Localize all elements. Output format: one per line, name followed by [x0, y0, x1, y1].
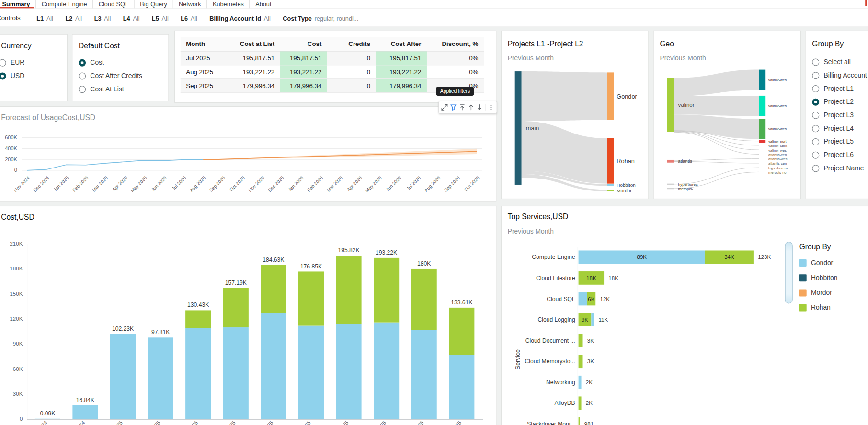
tab-about[interactable]: About — [250, 0, 277, 8]
service-bar-segment-gondor[interactable] — [591, 313, 594, 326]
filter-l4[interactable]: L4All — [123, 13, 140, 23]
tab-network[interactable]: Network — [172, 0, 206, 8]
legend-item-gondor[interactable]: Gondor — [799, 259, 868, 267]
radio-option-project-l2[interactable]: Project L2 — [812, 95, 868, 109]
bar-segment-gondor[interactable] — [72, 405, 98, 419]
bar-segment-gondor[interactable] — [411, 330, 437, 419]
tab-cloud-sql[interactable]: Cloud SQL — [92, 0, 134, 8]
service-bar-segment-rohan[interactable] — [579, 355, 583, 368]
bar-segment-rohan[interactable] — [374, 258, 399, 323]
forecast-x-tick: Dec 2025 — [267, 175, 285, 193]
filter-l3[interactable]: L3All — [94, 13, 111, 23]
sankey-node-hobbiton[interactable] — [607, 184, 614, 186]
cost-y-tick: 30K — [13, 391, 23, 397]
legend-item-rohan[interactable]: Rohan — [799, 303, 868, 311]
more-vertical-icon[interactable] — [488, 104, 494, 111]
geo-sankey-chart: valinoratlantishyperborea-meropis-valino… — [654, 64, 802, 200]
radio-option-billing-account-id[interactable]: Billing Account Id — [812, 68, 868, 82]
legend-item-mordor[interactable]: Mordor — [799, 289, 868, 296]
sankey-node-meropis[interactable] — [667, 188, 674, 189]
radio-option-project-l6[interactable]: Project L6 — [812, 148, 868, 162]
tab-kubernetes[interactable]: Kubernetes — [206, 0, 249, 8]
tab-compute-engine[interactable]: Compute Engine — [35, 0, 92, 8]
radio-option-cost[interactable]: Cost — [79, 56, 142, 69]
service-bar-segment-rohan[interactable] — [579, 334, 583, 347]
sankey-node-valinor-wes[interactable] — [759, 119, 765, 139]
sankey-node-atlantis[interactable] — [667, 160, 674, 163]
sankey-node-hyperborea[interactable] — [667, 184, 674, 185]
sankey-node-valinor-wes[interactable] — [759, 70, 765, 90]
table-row[interactable]: Jul 2025195,817.51195,817.510195,817.510… — [181, 51, 484, 65]
bar-segment-rohan[interactable] — [336, 256, 361, 324]
move-up-icon[interactable] — [468, 104, 474, 111]
bar-segment-rohan[interactable] — [298, 271, 324, 325]
sankey-node-main[interactable] — [515, 71, 522, 185]
sankey-node-gondor[interactable] — [607, 72, 614, 120]
forecast-y-tick: 600K — [5, 134, 17, 140]
service-bar-segment-gondor[interactable] — [579, 376, 582, 389]
bar-segment-gondor[interactable] — [374, 323, 399, 419]
radio-option-eur[interactable]: EUR — [0, 56, 24, 69]
sankey-node-valinor-nort[interactable] — [759, 140, 765, 143]
bar-segment-gondor[interactable] — [298, 326, 324, 419]
legend-item-hobbiton[interactable]: Hobbiton — [799, 274, 868, 281]
sankey-node-label: valinor-wes — [768, 127, 787, 131]
radio-option-project-l4[interactable]: Project L4 — [812, 122, 868, 135]
cost-x-tick: Jan 2025 — [104, 420, 124, 425]
service-bar-segment-rohan[interactable] — [579, 417, 580, 425]
bar-segment-gondor[interactable] — [110, 334, 136, 419]
sankey-node-valinor[interactable] — [667, 78, 674, 132]
bar-segment-gondor[interactable] — [148, 337, 173, 419]
filter-l6[interactable]: L6All — [181, 13, 197, 23]
sankey-thin-flow[interactable] — [674, 168, 759, 184]
billing-dashboard: SummaryCompute EngineCloud SQLBig QueryN… — [0, 0, 868, 425]
sankey-node-rohan[interactable] — [607, 138, 614, 184]
service-bar-segment-gondor[interactable] — [579, 292, 587, 306]
projects-sankey-panel: Projects L1 -Project L2 Previous Month m… — [501, 31, 649, 199]
bar-segment-rohan[interactable] — [223, 288, 249, 327]
bar-segment-gondor[interactable] — [185, 328, 211, 419]
filter-cost-type[interactable]: Cost Typeregular, roundi... — [283, 13, 358, 23]
radio-option-cost-at-list[interactable]: Cost At List — [79, 82, 142, 96]
bar-segment-gondor[interactable] — [336, 324, 361, 419]
sankey-node-valinor-wes[interactable] — [759, 96, 765, 116]
cost-x-tick: Feb 2025 — [141, 420, 161, 425]
bar-segment-rohan[interactable] — [449, 308, 474, 355]
bar-segment-rohan[interactable] — [411, 269, 437, 330]
bar-total-label: 0.09K — [40, 410, 56, 417]
sankey-flow[interactable] — [674, 114, 759, 139]
radio-option-project-l3[interactable]: Project L3 — [812, 108, 868, 122]
filter-l1[interactable]: L1All — [36, 13, 53, 23]
group-by-title: Group By — [812, 40, 844, 48]
bar-segment-rohan[interactable] — [261, 265, 286, 313]
group-by-panel: Group By Select allBilling Account IdPro… — [805, 31, 868, 199]
bar-segment-rohan[interactable] — [185, 310, 211, 328]
move-to-top-icon[interactable] — [459, 104, 466, 111]
radio-option-project-l5[interactable]: Project L5 — [812, 135, 868, 148]
service-bar-segment-rohan[interactable] — [579, 396, 582, 410]
radio-option-project-name[interactable]: Project Name — [812, 161, 868, 175]
forecast-x-tick: Feb 2025 — [71, 175, 89, 192]
tab-summary[interactable]: Summary — [0, 0, 35, 8]
filter-l5[interactable]: L5All — [152, 13, 169, 23]
tab-big-query[interactable]: Big Query — [134, 0, 173, 8]
expand-icon[interactable] — [441, 104, 448, 111]
bar-segment-gondor[interactable] — [449, 355, 474, 419]
table-header-month: Month — [181, 37, 225, 51]
radio-option-usd[interactable]: USD — [0, 69, 24, 82]
bar-total-label: 133.61K — [451, 299, 472, 306]
filter-billing-account-id[interactable]: Billing Account IdAll — [209, 13, 270, 23]
bar-segment-gondor[interactable] — [223, 327, 249, 419]
sankey-node-mordor[interactable] — [607, 190, 614, 191]
table-row[interactable]: Aug 2025193,221.22193,221.220193,221.220… — [181, 65, 484, 78]
filter-icon[interactable] — [450, 104, 457, 111]
sankey-flow[interactable] — [674, 70, 759, 96]
radio-option-cost-after-credits[interactable]: Cost After Credits — [79, 69, 142, 82]
filter-l2[interactable]: L2All — [65, 13, 82, 23]
chart-zoom-scrollbar[interactable] — [785, 242, 793, 303]
move-down-icon[interactable] — [476, 104, 483, 111]
radio-option-select-all[interactable]: Select all — [812, 56, 868, 69]
sankey-flow[interactable] — [522, 71, 607, 121]
radio-option-project-l1[interactable]: Project L1 — [812, 82, 868, 95]
bar-segment-gondor[interactable] — [261, 313, 286, 419]
